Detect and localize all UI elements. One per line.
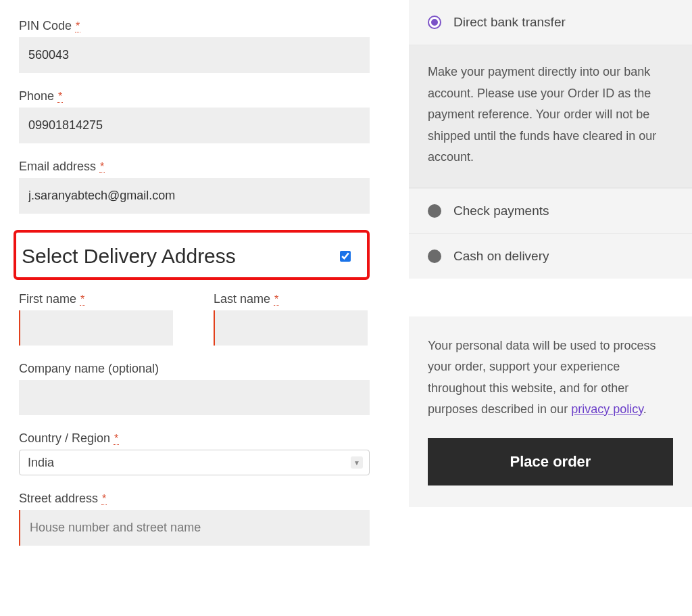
delivery-address-checkbox[interactable] — [340, 251, 351, 262]
first-name-label: First name * — [19, 292, 173, 306]
payment-option-label: Check payments — [453, 204, 549, 218]
company-input[interactable] — [19, 380, 370, 415]
company-field: Company name (optional) — [19, 362, 370, 415]
payment-option-cod[interactable]: Cash on delivery — [409, 233, 692, 279]
required-marker: * — [99, 161, 105, 173]
email-field: Email address * — [19, 160, 370, 214]
pin-code-input[interactable] — [19, 37, 370, 73]
payment-option-bank-transfer[interactable]: Direct bank transfer — [409, 0, 692, 45]
street-input[interactable] — [19, 510, 370, 546]
privacy-text: Your personal data will be used to proce… — [428, 335, 673, 421]
phone-label: Phone * — [19, 89, 370, 103]
last-name-label-text: Last name — [214, 292, 270, 306]
country-select[interactable]: India — [19, 450, 370, 475]
required-marker: * — [80, 293, 85, 306]
email-label-text: Email address — [19, 160, 96, 173]
pin-code-label-text: PIN Code — [19, 19, 72, 32]
payment-option-label: Direct bank transfer — [453, 15, 566, 30]
company-label: Company name (optional) — [19, 362, 370, 376]
pin-code-field: PIN Code * — [19, 19, 370, 73]
required-marker: * — [75, 20, 80, 32]
pin-code-label: PIN Code * — [19, 19, 370, 33]
privacy-and-place-order-block: Your personal data will be used to proce… — [409, 316, 692, 507]
street-label-text: Street address — [19, 492, 98, 505]
privacy-policy-link[interactable]: privacy policy — [571, 402, 643, 416]
last-name-field: Last name * — [214, 292, 368, 346]
first-name-label-text: First name — [19, 292, 76, 306]
country-field: Country / Region * India ▼ — [19, 431, 370, 475]
required-marker: * — [57, 91, 63, 103]
country-label: Country / Region * — [19, 431, 370, 446]
payment-option-label: Cash on delivery — [453, 249, 549, 264]
required-marker: * — [274, 293, 279, 306]
phone-label-text: Phone — [19, 89, 54, 103]
place-order-button[interactable]: Place order — [428, 438, 673, 485]
radio-unselected-icon — [428, 250, 441, 263]
delivery-address-title: Select Delivery Address — [22, 245, 236, 268]
last-name-label: Last name * — [214, 292, 368, 306]
payment-option-check[interactable]: Check payments — [409, 188, 692, 233]
payment-bank-transfer-description: Make your payment directly into our bank… — [409, 45, 692, 188]
first-name-field: First name * — [19, 292, 173, 346]
radio-selected-icon — [428, 16, 441, 29]
required-marker: * — [114, 433, 119, 445]
street-field: Street address * — [19, 492, 370, 546]
delivery-address-section-header: Select Delivery Address — [14, 230, 370, 280]
phone-input[interactable] — [19, 108, 370, 143]
email-label: Email address * — [19, 160, 370, 174]
required-marker: * — [101, 493, 107, 505]
payment-methods-box: Direct bank transfer Make your payment d… — [409, 0, 692, 279]
radio-unselected-icon — [428, 204, 441, 218]
privacy-text-suffix: . — [643, 402, 647, 416]
first-name-input[interactable] — [19, 310, 173, 346]
country-label-text: Country / Region — [19, 431, 110, 445]
last-name-input[interactable] — [214, 310, 368, 346]
email-input[interactable] — [19, 178, 370, 214]
phone-field: Phone * — [19, 89, 370, 143]
street-label: Street address * — [19, 492, 370, 506]
